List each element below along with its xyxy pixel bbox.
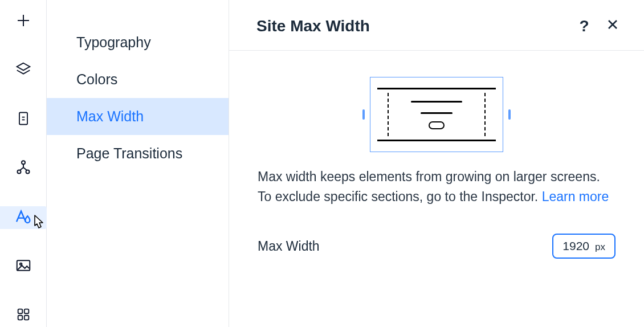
svg-rect-2 bbox=[19, 113, 27, 125]
close-icon bbox=[606, 17, 619, 35]
rail-layers[interactable] bbox=[0, 59, 47, 82]
rail-add[interactable] bbox=[0, 10, 47, 33]
field-label: Max Width bbox=[258, 239, 320, 254]
svg-point-10 bbox=[19, 263, 22, 265]
learn-more-link[interactable]: Learn more bbox=[542, 189, 609, 204]
close-button[interactable] bbox=[604, 18, 621, 35]
layers-icon bbox=[15, 61, 32, 80]
rail-image[interactable] bbox=[0, 255, 47, 278]
sidebar-item-label: Page Transitions bbox=[76, 145, 182, 161]
panel-header: Site Max Width ? bbox=[229, 0, 644, 51]
help-icon: ? bbox=[579, 17, 589, 35]
illustration-wrap bbox=[229, 51, 644, 167]
sidebar-item-max-width[interactable]: Max Width bbox=[47, 98, 229, 135]
field-value: 1920 bbox=[563, 239, 589, 253]
sidebar-item-page-transitions[interactable]: Page Transitions bbox=[47, 135, 229, 172]
sidebar-item-label: Colors bbox=[76, 71, 117, 87]
max-width-illustration bbox=[370, 77, 503, 152]
sidebar-item-label: Typography bbox=[76, 34, 151, 50]
description: Max width keeps elements from growing on… bbox=[229, 167, 644, 206]
styles-icon bbox=[14, 207, 32, 228]
rail-structure[interactable] bbox=[0, 157, 47, 180]
rail-apps[interactable] bbox=[0, 304, 47, 327]
field-unit: px bbox=[595, 242, 605, 253]
svg-rect-12 bbox=[24, 309, 28, 314]
page-icon bbox=[15, 111, 31, 129]
image-icon bbox=[15, 257, 32, 276]
max-width-input[interactable]: 1920 px bbox=[552, 234, 616, 259]
svg-point-5 bbox=[22, 161, 25, 164]
svg-rect-13 bbox=[18, 316, 22, 320]
sidebar-item-label: Max Width bbox=[76, 108, 144, 124]
panel-title: Site Max Width bbox=[256, 17, 370, 35]
apps-icon bbox=[15, 306, 31, 325]
plus-icon bbox=[15, 12, 32, 31]
main-panel: Site Max Width ? Max wid bbox=[229, 0, 644, 327]
icon-rail bbox=[0, 0, 47, 327]
rail-page[interactable] bbox=[0, 108, 47, 131]
svg-rect-11 bbox=[18, 309, 22, 314]
max-width-field-row: Max Width 1920 px bbox=[229, 206, 644, 259]
design-sidebar: Typography Colors Max Width Page Transit… bbox=[47, 0, 229, 327]
sidebar-item-colors[interactable]: Colors bbox=[47, 61, 229, 98]
structure-icon bbox=[15, 159, 32, 178]
sidebar-item-typography[interactable]: Typography bbox=[47, 24, 229, 61]
header-actions: ? bbox=[576, 18, 621, 35]
help-button[interactable]: ? bbox=[576, 18, 593, 35]
svg-rect-14 bbox=[24, 316, 28, 320]
rail-styles[interactable] bbox=[0, 206, 47, 229]
